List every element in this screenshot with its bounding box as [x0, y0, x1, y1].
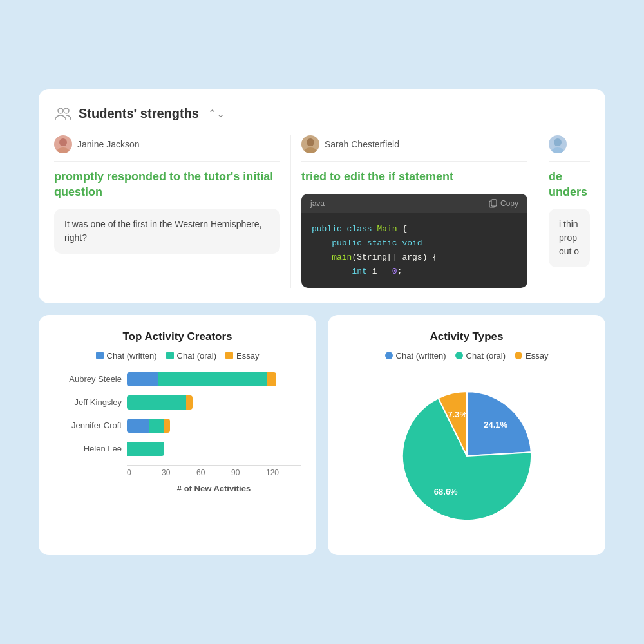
- strength-text-2: tried to edit the if statement: [301, 169, 527, 184]
- bar-chart-title: Top Activity Creators: [54, 330, 301, 343]
- pie-legend-label-essay: Essay: [526, 351, 548, 361]
- bar-row: Helen Lee: [54, 442, 301, 456]
- bar-seg-green: [158, 372, 267, 386]
- copy-icon: [489, 199, 498, 208]
- pie-legend-item-essay: Essay: [515, 351, 548, 361]
- bar-seg-blue: [127, 419, 149, 433]
- x-tick: 90: [231, 466, 266, 477]
- strength-text-3: deunders: [549, 169, 590, 200]
- people-icon: [54, 104, 72, 122]
- pie-legend-item-oral: Chat (oral): [455, 351, 506, 361]
- pie-area: 24.1%68.6%7.3%: [343, 372, 590, 540]
- code-block: java Copy public class Main {: [301, 194, 527, 288]
- legend-label-oral: Chat (oral): [177, 351, 216, 361]
- x-axis: 0306090120: [127, 465, 301, 477]
- pie-svg: 24.1%68.6%7.3%: [390, 379, 544, 533]
- bar-label: Jeff Kingsley: [54, 397, 122, 407]
- svg-point-2: [59, 138, 67, 146]
- avatar-1: [54, 135, 72, 153]
- bar-seg-green: [127, 395, 186, 410]
- bar-seg-orange: [267, 372, 276, 386]
- code-header: java Copy: [301, 194, 527, 213]
- x-tick: 60: [196, 466, 231, 477]
- bar-seg-green: [149, 419, 164, 433]
- pie-legend-label-oral: Chat (oral): [466, 351, 506, 361]
- svg-point-5: [304, 147, 317, 153]
- copy-button[interactable]: Copy: [489, 199, 518, 208]
- bar-seg-orange: [164, 419, 171, 433]
- legend-dot-essay: [225, 352, 233, 359]
- svg-point-0: [58, 108, 63, 113]
- quote-box-1: It was one of the first in the Western H…: [54, 209, 280, 254]
- legend-dot-written: [96, 352, 104, 359]
- pie-legend-dot-written: [385, 352, 393, 359]
- bar-container: [127, 395, 301, 410]
- bar-seg-blue: [127, 372, 158, 386]
- svg-rect-8: [491, 200, 497, 206]
- code-lang: java: [310, 199, 325, 208]
- bar-seg-green: [127, 442, 164, 456]
- student-name-row-1: Janine Jackson: [54, 135, 280, 162]
- legend-label-written: Chat (written): [107, 351, 157, 361]
- bar-row: Jeff Kingsley: [54, 395, 301, 410]
- svg-point-3: [57, 147, 70, 153]
- avatar-2: [301, 135, 319, 153]
- svg-point-1: [64, 108, 69, 113]
- card-header: Students' strengths ⌃⌄: [54, 104, 590, 122]
- bar-container: [127, 419, 301, 433]
- legend-label-essay: Essay: [236, 351, 259, 361]
- pie-chart-title: Activity Types: [343, 330, 590, 343]
- legend-dot-oral: [166, 352, 174, 359]
- bar-container: [127, 372, 301, 386]
- bar-container: [127, 442, 301, 456]
- legend-item-essay: Essay: [225, 351, 259, 361]
- student-col-1: Janine Jackson promptly responded to the…: [54, 135, 291, 288]
- pie-label-0: 24.1%: [484, 420, 507, 430]
- pie-legend-dot-essay: [515, 352, 522, 359]
- top-card: Students' strengths ⌃⌄ Janine Jackson pr…: [39, 89, 605, 303]
- code-body: public class Main { public static void m…: [301, 213, 527, 288]
- avatar-3: [549, 135, 567, 153]
- bar-label: Jennifer Croft: [54, 421, 122, 430]
- x-tick: 0: [127, 466, 162, 477]
- card-title: Students' strengths: [79, 106, 199, 121]
- student-name-row-2: Sarah Chesterfield: [301, 135, 527, 162]
- x-tick: 120: [266, 466, 301, 477]
- pie-legend-dot-oral: [455, 352, 463, 359]
- students-grid: Janine Jackson promptly responded to the…: [54, 135, 590, 288]
- student-name-row-3: [549, 135, 590, 162]
- bottom-row: Top Activity Creators Chat (written) Cha…: [39, 315, 605, 555]
- student-col-3: deunders i thinpropout o: [538, 135, 590, 288]
- legend-item-written: Chat (written): [96, 351, 157, 361]
- bar-chart-legend: Chat (written) Chat (oral) Essay: [54, 351, 301, 361]
- bar-label: Helen Lee: [54, 444, 122, 453]
- pie-label-1: 68.6%: [433, 486, 457, 496]
- bar-seg-orange: [186, 395, 193, 410]
- bar-chart-area: Aubrey Steele Jeff Kingsley Jennifer Cro…: [54, 372, 301, 493]
- pie-legend-label-written: Chat (written): [396, 351, 446, 361]
- bar-label: Aubrey Steele: [54, 374, 122, 384]
- student-name-2: Sarah Chesterfield: [325, 139, 399, 149]
- svg-point-4: [307, 138, 314, 146]
- x-axis-label: # of New Activities: [127, 484, 301, 493]
- bar-row: Jennifer Croft: [54, 419, 301, 433]
- pie-legend-item-written: Chat (written): [385, 351, 446, 361]
- strength-text-1: promptly responded to the tutor's initia…: [54, 169, 280, 200]
- bar-row: Aubrey Steele: [54, 372, 301, 386]
- pie-chart-legend: Chat (written) Chat (oral) Essay: [343, 351, 590, 361]
- student-col-2: Sarah Chesterfield tried to edit the if …: [291, 135, 538, 288]
- bar-chart-card: Top Activity Creators Chat (written) Cha…: [39, 315, 316, 555]
- pie-label-2: 7.3%: [448, 410, 467, 419]
- legend-item-oral: Chat (oral): [166, 351, 216, 361]
- svg-point-9: [554, 138, 562, 146]
- svg-point-10: [551, 147, 564, 153]
- student-name-1: Janine Jackson: [77, 139, 140, 149]
- pie-chart-card: Activity Types Chat (written) Chat (oral…: [328, 315, 605, 555]
- main-container: Students' strengths ⌃⌄ Janine Jackson pr…: [39, 89, 605, 555]
- chevron-updown-icon[interactable]: ⌃⌄: [208, 108, 225, 120]
- quote-box-3: i thinpropout o: [549, 209, 590, 267]
- x-tick: 30: [162, 466, 196, 477]
